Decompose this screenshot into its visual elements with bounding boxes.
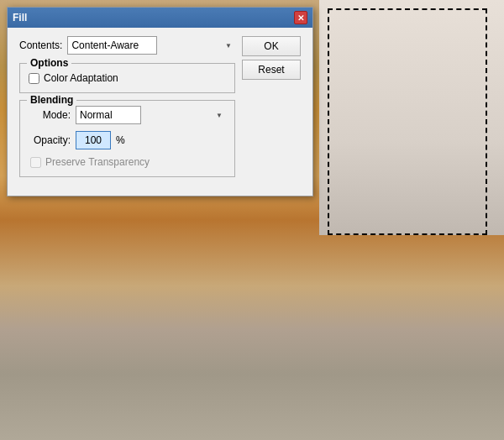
- opacity-unit: %: [116, 134, 125, 146]
- mode-select-wrapper: NormalDissolveMultiplyScreenOverlayDarke…: [76, 106, 226, 124]
- top-section: Contents: Content-AwareForeground ColorB…: [19, 36, 301, 184]
- main-content: Contents: Content-AwareForeground ColorB…: [19, 36, 235, 184]
- mode-label: Mode:: [29, 109, 71, 121]
- options-group-label: Options: [27, 57, 71, 69]
- ok-button[interactable]: OK: [242, 36, 301, 56]
- dialog-titlebar: Fill ✕: [8, 8, 312, 28]
- preserve-transparency-checkbox[interactable]: [30, 157, 41, 168]
- blending-group: Blending Mode: NormalDissolveMultiplyScr…: [19, 100, 235, 177]
- opacity-row: Opacity: %: [29, 131, 226, 149]
- preserve-transparency-row: Preserve Transparency: [29, 156, 226, 168]
- color-adaptation-row: Color Adaptation: [29, 72, 226, 84]
- mode-row: Mode: NormalDissolveMultiplyScreenOverla…: [29, 106, 226, 124]
- dialog-title: Fill: [13, 12, 27, 24]
- opacity-input[interactable]: [76, 131, 111, 149]
- reset-button[interactable]: Reset: [242, 60, 301, 80]
- right-buttons: OK Reset: [242, 36, 301, 80]
- color-adaptation-checkbox[interactable]: [29, 73, 39, 84]
- blending-group-label: Blending: [27, 94, 76, 106]
- color-adaptation-label: Color Adaptation: [44, 72, 118, 84]
- options-group: Options Color Adaptation: [19, 63, 235, 93]
- contents-row: Contents: Content-AwareForeground ColorB…: [19, 36, 235, 55]
- close-button[interactable]: ✕: [294, 11, 307, 24]
- contents-label: Contents:: [19, 39, 62, 51]
- background-right-wall: [319, 0, 504, 235]
- preserve-transparency-label: Preserve Transparency: [45, 156, 150, 168]
- contents-select-wrapper: Content-AwareForeground ColorBackground …: [67, 36, 235, 55]
- contents-select[interactable]: Content-AwareForeground ColorBackground …: [67, 36, 157, 55]
- mode-select[interactable]: NormalDissolveMultiplyScreenOverlayDarke…: [76, 106, 141, 124]
- dialog-body: Contents: Content-AwareForeground ColorB…: [8, 28, 312, 196]
- fill-dialog: Fill ✕ Contents: Content-AwareForeground…: [7, 7, 313, 196]
- opacity-label: Opacity:: [29, 134, 71, 146]
